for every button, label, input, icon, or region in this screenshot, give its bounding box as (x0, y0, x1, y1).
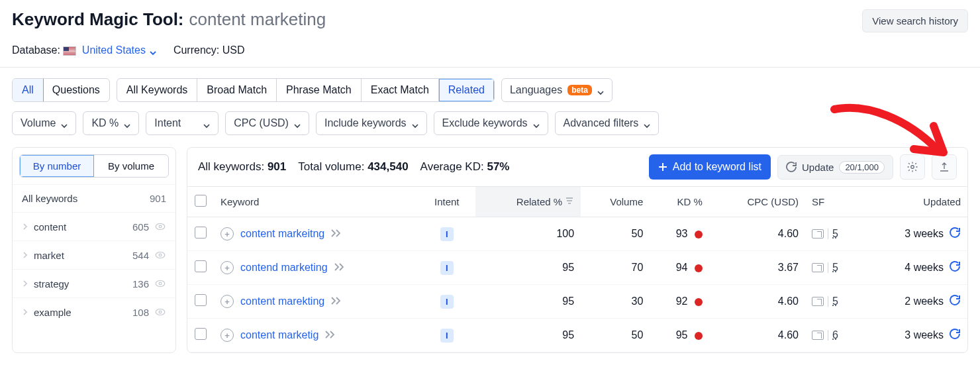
kd-difficulty-dot (695, 298, 703, 306)
row-checkbox[interactable] (195, 227, 207, 238)
languages-dropdown[interactable]: Languages beta (501, 78, 612, 102)
keyword-link[interactable]: contend marketing (240, 262, 328, 274)
currency-value: USD (222, 44, 245, 56)
row-checkbox[interactable] (195, 328, 207, 340)
keyword-link[interactable]: content marketig (240, 329, 318, 341)
serp-features[interactable]: 6 (812, 329, 858, 341)
select-all-checkbox[interactable] (195, 195, 207, 207)
include-keywords-filter[interactable]: Include keywords (316, 111, 427, 135)
expand-icon[interactable] (331, 228, 342, 240)
intent-filter[interactable]: Intent (146, 111, 219, 135)
serp-icon (812, 331, 824, 340)
add-keyword-icon[interactable]: + (220, 227, 234, 240)
tab-by-volume[interactable]: By volume (94, 155, 168, 177)
update-button[interactable]: Update 20/1,000 (777, 155, 893, 180)
sidebar-group[interactable]: content605 (13, 212, 175, 240)
sidebar-group[interactable]: strategy136 (13, 269, 175, 297)
sidebar-group[interactable]: example108 (13, 297, 175, 326)
chevron-down-icon (294, 120, 301, 127)
updated-value: 3 weeks (905, 228, 944, 240)
expand-icon[interactable] (325, 329, 336, 341)
refresh-row-button[interactable] (949, 294, 961, 309)
cpc-value: 3.67 (709, 251, 805, 285)
database-selector[interactable]: Database: United States (12, 44, 156, 56)
col-volume[interactable]: Volume (581, 187, 650, 217)
tab-related[interactable]: Related (439, 79, 494, 101)
tab-questions[interactable]: Questions (43, 79, 109, 101)
keyword-link[interactable]: content markeitng (240, 228, 324, 240)
serp-features[interactable]: 5 (812, 295, 858, 307)
volume-value: 50 (581, 319, 650, 352)
col-kd[interactable]: KD % (650, 187, 709, 217)
expand-icon[interactable] (334, 262, 345, 274)
svg-point-4 (156, 281, 165, 287)
tab-by-number[interactable]: By number (20, 155, 94, 177)
kd-difficulty-dot (695, 332, 703, 340)
languages-label: Languages (510, 84, 562, 96)
row-checkbox[interactable] (195, 294, 207, 306)
chevron-down-icon (124, 120, 130, 127)
row-checkbox[interactable] (195, 260, 207, 272)
volume-filter[interactable]: Volume (12, 111, 76, 135)
sidebar-all-keywords[interactable]: All keywords 901 (13, 184, 175, 212)
results-panel: All keywords: 901 Total volume: 434,540 … (187, 147, 968, 353)
col-keyword[interactable]: Keyword (214, 187, 418, 217)
tab-exact-match[interactable]: Exact Match (362, 79, 439, 101)
export-icon (938, 161, 950, 173)
tab-all-keywords[interactable]: All Keywords (117, 79, 197, 101)
export-button[interactable] (932, 154, 957, 180)
table-row: +contend marketingI957094 3.6754 weeks (187, 251, 967, 285)
sidebar-group[interactable]: market544 (13, 240, 175, 269)
svg-point-1 (159, 225, 162, 228)
serp-icon (812, 263, 824, 272)
match-segment: All Keywords Broad Match Phrase Match Ex… (117, 78, 495, 102)
view-history-button[interactable]: View search history (862, 9, 968, 32)
chevron-down-icon (203, 120, 210, 127)
cpc-filter[interactable]: CPC (USD) (225, 111, 309, 135)
kd-value: 95 (650, 319, 709, 352)
database-label: Database: (12, 44, 60, 56)
cpc-value: 4.60 (709, 285, 805, 319)
related-value: 95 (475, 285, 581, 319)
chevron-right-icon (22, 252, 28, 258)
svg-point-0 (156, 224, 165, 230)
chevron-down-icon (644, 120, 650, 127)
tab-broad-match[interactable]: Broad Match (197, 79, 277, 101)
expand-icon[interactable] (331, 295, 342, 307)
kd-value: 93 (650, 217, 709, 251)
col-cpc[interactable]: CPC (USD) (709, 187, 805, 217)
chevron-down-icon (533, 120, 540, 127)
tab-phrase-match[interactable]: Phrase Match (277, 79, 362, 101)
settings-button[interactable] (900, 154, 925, 180)
exclude-keywords-filter[interactable]: Exclude keywords (434, 111, 548, 135)
add-keyword-icon[interactable]: + (220, 261, 234, 274)
add-to-keyword-list-button[interactable]: Add to keyword list (649, 154, 771, 180)
kd-difficulty-dot (695, 231, 703, 238)
page-title: Keyword Magic Tool: content marketing (12, 9, 326, 30)
eye-icon[interactable] (154, 278, 166, 290)
updated-value: 3 weeks (905, 329, 944, 341)
eye-icon[interactable] (154, 249, 166, 261)
summary-kd: Average KD: 57% (420, 160, 510, 174)
kd-difficulty-dot (695, 264, 703, 272)
eye-icon[interactable] (154, 306, 166, 318)
refresh-row-button[interactable] (949, 260, 961, 275)
col-intent[interactable]: Intent (418, 187, 475, 217)
beta-badge: beta (567, 85, 592, 95)
kd-filter[interactable]: KD % (83, 111, 139, 135)
col-sf[interactable]: SF (805, 187, 864, 217)
add-keyword-icon[interactable]: + (220, 295, 234, 308)
keyword-link[interactable]: content marekting (240, 295, 324, 307)
cpc-value: 4.60 (709, 319, 805, 352)
svg-point-8 (911, 166, 914, 169)
tab-all[interactable]: All (12, 78, 44, 102)
col-updated[interactable]: Updated (864, 187, 967, 217)
advanced-filters[interactable]: Advanced filters (555, 111, 660, 135)
eye-icon[interactable] (154, 221, 166, 233)
col-related[interactable]: Related % (475, 187, 581, 217)
serp-features[interactable]: 5 (812, 228, 858, 240)
refresh-row-button[interactable] (949, 227, 961, 241)
add-keyword-icon[interactable]: + (220, 329, 234, 342)
serp-features[interactable]: 5 (812, 262, 858, 274)
refresh-row-button[interactable] (949, 328, 961, 343)
